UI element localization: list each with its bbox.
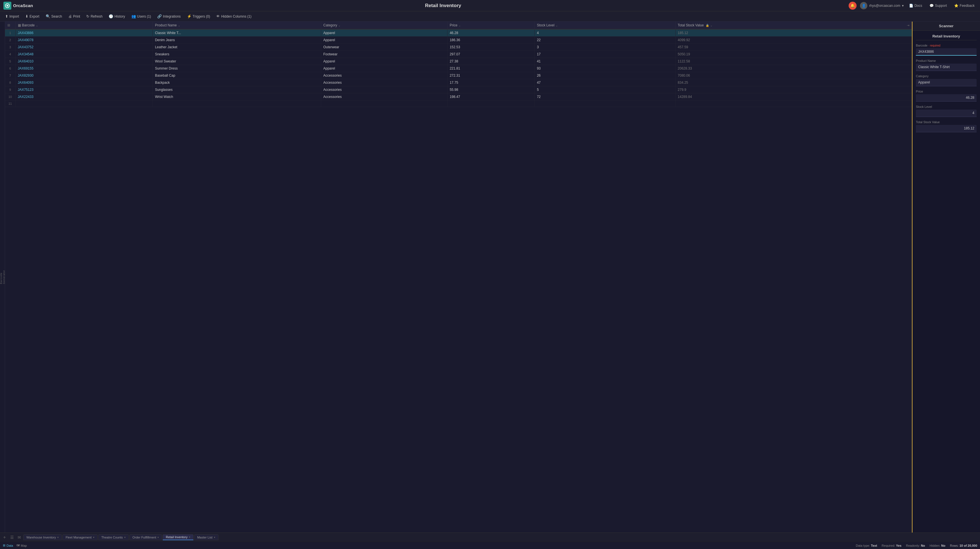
tab-item[interactable]: Fleet Management▾ (62, 534, 98, 540)
tab-item[interactable]: Retail Inventory▾ (162, 534, 193, 540)
category-cell[interactable]: Footwear (321, 51, 447, 58)
category-cell[interactable]: Outerwear (321, 44, 447, 51)
barcode-input[interactable] (916, 48, 977, 56)
import-button[interactable]: ⬆ Import (2, 13, 22, 19)
price-cell[interactable]: 17.75 (447, 79, 534, 86)
tab-item[interactable]: Theatre Counts▾ (98, 534, 129, 540)
barcode-cell[interactable]: JAX75123 (15, 86, 153, 93)
hidden-columns-button[interactable]: 👁 Hidden Columns (1) (213, 13, 254, 19)
data-view-button[interactable]: ⊞ Data (3, 544, 13, 547)
product-name-cell[interactable]: Wool Sweater (153, 58, 321, 65)
tab-menu-button[interactable]: ☰ (8, 534, 15, 541)
triggers-button[interactable]: ⚡ Triggers (0) (184, 13, 213, 19)
product-name-cell[interactable]: Wrist Watch (153, 93, 321, 101)
total-stock-value-cell[interactable] (675, 101, 912, 107)
price-cell[interactable]: 198.47 (447, 93, 534, 101)
table-row[interactable]: 8 JAX64093 Backpack Accessories 17.75 47… (5, 79, 912, 86)
price-cell[interactable]: 272.31 (447, 72, 534, 79)
barcode-cell[interactable]: JAX49078 (15, 37, 153, 44)
col-header-price[interactable]: Price ⌄ (447, 22, 534, 29)
barcode-cell[interactable]: JAX43886 (15, 29, 153, 37)
table-row[interactable]: 10 JAX22433 Wrist Watch Accessories 198.… (5, 93, 912, 101)
category-cell[interactable]: Accessories (321, 93, 447, 101)
barcode-cell[interactable]: JAX64010 (15, 58, 153, 65)
total-stock-value-cell[interactable]: 5050.19 (675, 51, 912, 58)
export-button[interactable]: ⬇ Export (22, 13, 42, 19)
table-row[interactable]: 7 JAX82930 Baseball Cap Accessories 272.… (5, 72, 912, 79)
total-stock-value-cell[interactable]: 4099.92 (675, 37, 912, 44)
price-cell[interactable]: 46.28 (447, 29, 534, 37)
stock-level-cell[interactable]: 22 (535, 37, 675, 44)
price-cell[interactable]: 297.07 (447, 51, 534, 58)
price-cell[interactable] (447, 101, 534, 107)
product-name-cell[interactable]: Sunglasses (153, 86, 321, 93)
price-cell[interactable]: 221.81 (447, 65, 534, 72)
col-header-stock-level[interactable]: Stock Level ⌄ (535, 22, 675, 29)
stock-level-cell[interactable]: 41 (535, 58, 675, 65)
tab-scroll-left[interactable]: ✉ (16, 534, 23, 541)
stock-level-cell[interactable]: 5 (535, 86, 675, 93)
total-stock-value-cell[interactable]: 7080.06 (675, 72, 912, 79)
table-row[interactable]: 2 JAX49078 Denim Jeans Apparel 186.36 22… (5, 37, 912, 44)
docs-button[interactable]: 📄 Docs (907, 3, 924, 8)
category-cell[interactable]: Apparel (321, 58, 447, 65)
table-row[interactable]: 11 (5, 101, 912, 107)
category-cell[interactable] (321, 101, 447, 107)
stock-level-cell[interactable]: 26 (535, 72, 675, 79)
product-name-cell[interactable]: Classic White T... (153, 29, 321, 37)
stock-level-cell[interactable]: 3 (535, 44, 675, 51)
feedback-button[interactable]: ⭐ Feedback (952, 3, 977, 8)
price-cell[interactable]: 152.53 (447, 44, 534, 51)
total-stock-value-cell[interactable]: 185.12 (675, 29, 912, 37)
price-cell[interactable]: 55.98 (447, 86, 534, 93)
product-name-cell[interactable]: Denim Jeans (153, 37, 321, 44)
product-name-cell[interactable]: Leather Jacket (153, 44, 321, 51)
col-header-num[interactable]: ⊞ (5, 22, 15, 29)
stock-level-cell[interactable]: 47 (535, 79, 675, 86)
barcode-cell[interactable]: JAX64093 (15, 79, 153, 86)
table-row[interactable]: 6 JAX69155 Summer Dress Apparel 221.81 9… (5, 65, 912, 72)
total-stock-value-cell[interactable]: 457.59 (675, 44, 912, 51)
product-name-cell[interactable]: Sneakers (153, 51, 321, 58)
barcode-cell[interactable]: JAX43752 (15, 44, 153, 51)
table-row[interactable]: 9 JAX75123 Sunglasses Accessories 55.98 … (5, 86, 912, 93)
table-row[interactable]: 5 JAX64010 Wool Sweater Apparel 27.38 41… (5, 58, 912, 65)
barcode-cell[interactable]: JAX82930 (15, 72, 153, 79)
user-info[interactable]: 👤 rhys@orcascan.com ▾ (860, 2, 904, 10)
tab-item[interactable]: Master List▾ (194, 534, 218, 540)
col-header-product-name[interactable]: Product Name ⌄ (153, 22, 321, 29)
category-cell[interactable]: Apparel (321, 37, 447, 44)
stock-level-cell[interactable]: 93 (535, 65, 675, 72)
barcode-cell[interactable]: JAX22433 (15, 93, 153, 101)
total-stock-value-cell[interactable]: 1122.58 (675, 58, 912, 65)
price-cell[interactable]: 27.38 (447, 58, 534, 65)
table-row[interactable]: 1 JAX43886 Classic White T... Apparel 46… (5, 29, 912, 37)
table-row[interactable]: 3 JAX43752 Leather Jacket Outerwear 152.… (5, 44, 912, 51)
category-cell[interactable]: Apparel (321, 29, 447, 37)
refresh-button[interactable]: ↻ Refresh (83, 13, 105, 19)
search-button[interactable]: 🔍 Search (43, 13, 65, 19)
category-cell[interactable]: Apparel (321, 65, 447, 72)
total-stock-value-cell[interactable]: 14289.84 (675, 93, 912, 101)
print-button[interactable]: 🖨 Print (65, 13, 83, 19)
notification-button[interactable]: 🔔 (849, 2, 857, 10)
product-name-cell[interactable]: Backpack (153, 79, 321, 86)
col-header-barcode[interactable]: ▦ Barcode ⌄ (15, 22, 153, 29)
total-stock-value-cell[interactable]: 20628.33 (675, 65, 912, 72)
category-cell[interactable]: Accessories (321, 79, 447, 86)
expand-icon[interactable]: ⇥ (907, 24, 909, 27)
product-name-cell[interactable]: Baseball Cap (153, 72, 321, 79)
total-stock-value-cell[interactable]: 279.9 (675, 86, 912, 93)
history-button[interactable]: 🕐 History (106, 13, 128, 19)
stock-level-cell[interactable] (535, 101, 675, 107)
price-cell[interactable]: 186.36 (447, 37, 534, 44)
barcode-cell[interactable] (15, 101, 153, 107)
category-cell[interactable]: Accessories (321, 72, 447, 79)
total-stock-value-cell[interactable]: 834.25 (675, 79, 912, 86)
integrations-button[interactable]: 🔗 Integrations (154, 13, 184, 19)
category-cell[interactable]: Accessories (321, 86, 447, 93)
users-button[interactable]: 👥 Users (1) (129, 13, 154, 19)
add-tab-button[interactable]: + (1, 534, 8, 541)
barcode-cell[interactable]: JAX69155 (15, 65, 153, 72)
tab-item[interactable]: Warehouse Inventory▾ (23, 534, 62, 540)
